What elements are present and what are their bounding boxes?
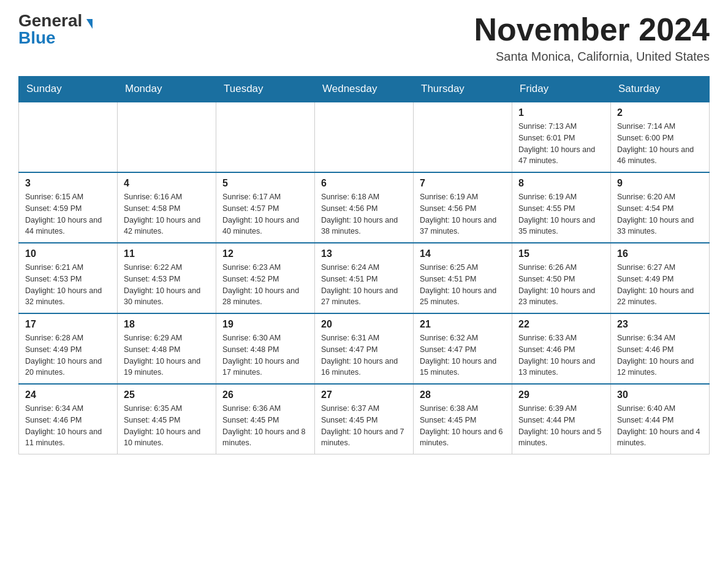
logo-general-text: General xyxy=(18,11,82,30)
calendar-header-row: SundayMondayTuesdayWednesdayThursdayFrid… xyxy=(19,77,710,102)
day-info: Sunrise: 6:35 AMSunset: 4:45 PMDaylight:… xyxy=(124,403,210,449)
day-info: Sunrise: 6:34 AMSunset: 4:46 PMDaylight:… xyxy=(617,332,703,378)
day-number: 9 xyxy=(617,178,703,189)
calendar-cell: 3Sunrise: 6:15 AMSunset: 4:59 PMDaylight… xyxy=(19,172,118,243)
logo-blue-text: Blue xyxy=(18,28,56,47)
day-info: Sunrise: 6:37 AMSunset: 4:45 PMDaylight:… xyxy=(321,403,407,449)
column-header-thursday: Thursday xyxy=(414,77,512,102)
day-info: Sunrise: 6:24 AMSunset: 4:51 PMDaylight:… xyxy=(321,262,407,308)
day-info: Sunrise: 6:23 AMSunset: 4:52 PMDaylight:… xyxy=(222,262,308,308)
day-info: Sunrise: 6:26 AMSunset: 4:50 PMDaylight:… xyxy=(518,262,604,308)
day-info: Sunrise: 6:31 AMSunset: 4:47 PMDaylight:… xyxy=(321,332,407,378)
day-info: Sunrise: 6:17 AMSunset: 4:57 PMDaylight:… xyxy=(222,191,308,237)
day-info: Sunrise: 6:34 AMSunset: 4:46 PMDaylight:… xyxy=(25,403,111,449)
calendar-cell xyxy=(216,102,315,172)
day-number: 2 xyxy=(617,107,703,118)
day-info: Sunrise: 6:18 AMSunset: 4:56 PMDaylight:… xyxy=(321,191,407,237)
day-info: Sunrise: 6:21 AMSunset: 4:53 PMDaylight:… xyxy=(25,262,111,308)
day-number: 26 xyxy=(222,389,308,400)
calendar-cell: 9Sunrise: 6:20 AMSunset: 4:54 PMDaylight… xyxy=(611,172,710,243)
day-number: 16 xyxy=(617,248,703,259)
day-number: 4 xyxy=(124,178,210,189)
day-info: Sunrise: 6:33 AMSunset: 4:46 PMDaylight:… xyxy=(518,332,604,378)
day-number: 12 xyxy=(222,248,308,259)
day-number: 14 xyxy=(420,248,506,259)
day-number: 21 xyxy=(420,319,506,330)
day-number: 28 xyxy=(420,389,506,400)
day-number: 7 xyxy=(420,178,506,189)
day-number: 1 xyxy=(518,107,604,118)
calendar-cell: 23Sunrise: 6:34 AMSunset: 4:46 PMDayligh… xyxy=(611,313,710,384)
calendar-cell: 17Sunrise: 6:28 AMSunset: 4:49 PMDayligh… xyxy=(19,313,118,384)
calendar-cell xyxy=(118,102,216,172)
day-number: 11 xyxy=(124,248,210,259)
calendar-cell: 12Sunrise: 6:23 AMSunset: 4:52 PMDayligh… xyxy=(216,243,315,313)
day-info: Sunrise: 6:32 AMSunset: 4:47 PMDaylight:… xyxy=(420,332,506,378)
day-info: Sunrise: 7:13 AMSunset: 6:01 PMDaylight:… xyxy=(518,121,604,167)
calendar-cell: 22Sunrise: 6:33 AMSunset: 4:46 PMDayligh… xyxy=(512,313,611,384)
week-row-2: 3Sunrise: 6:15 AMSunset: 4:59 PMDaylight… xyxy=(19,172,710,243)
day-info: Sunrise: 6:19 AMSunset: 4:55 PMDaylight:… xyxy=(518,191,604,237)
calendar-cell: 28Sunrise: 6:38 AMSunset: 4:45 PMDayligh… xyxy=(414,384,512,454)
calendar-cell: 15Sunrise: 6:26 AMSunset: 4:50 PMDayligh… xyxy=(512,243,611,313)
day-info: Sunrise: 6:38 AMSunset: 4:45 PMDaylight:… xyxy=(420,403,506,449)
logo-bottom-line: Blue xyxy=(18,29,56,47)
calendar-cell: 11Sunrise: 6:22 AMSunset: 4:53 PMDayligh… xyxy=(118,243,216,313)
day-number: 27 xyxy=(321,389,407,400)
column-header-wednesday: Wednesday xyxy=(315,77,414,102)
calendar-cell: 27Sunrise: 6:37 AMSunset: 4:45 PMDayligh… xyxy=(315,384,414,454)
calendar-cell: 18Sunrise: 6:29 AMSunset: 4:48 PMDayligh… xyxy=(118,313,216,384)
column-header-monday: Monday xyxy=(118,77,216,102)
day-info: Sunrise: 6:36 AMSunset: 4:45 PMDaylight:… xyxy=(222,403,308,449)
title-area: November 2024 Santa Monica, California, … xyxy=(474,12,710,64)
week-row-5: 24Sunrise: 6:34 AMSunset: 4:46 PMDayligh… xyxy=(19,384,710,454)
day-info: Sunrise: 6:16 AMSunset: 4:58 PMDaylight:… xyxy=(124,191,210,237)
day-info: Sunrise: 7:14 AMSunset: 6:00 PMDaylight:… xyxy=(617,121,703,167)
day-number: 29 xyxy=(518,389,604,400)
week-row-3: 10Sunrise: 6:21 AMSunset: 4:53 PMDayligh… xyxy=(19,243,710,313)
day-info: Sunrise: 6:39 AMSunset: 4:44 PMDaylight:… xyxy=(518,403,604,449)
calendar-cell: 8Sunrise: 6:19 AMSunset: 4:55 PMDaylight… xyxy=(512,172,611,243)
page-header: General Blue November 2024 Santa Monica,… xyxy=(18,12,710,64)
calendar-cell: 7Sunrise: 6:19 AMSunset: 4:56 PMDaylight… xyxy=(414,172,512,243)
day-info: Sunrise: 6:40 AMSunset: 4:44 PMDaylight:… xyxy=(617,403,703,449)
calendar-cell: 16Sunrise: 6:27 AMSunset: 4:49 PMDayligh… xyxy=(611,243,710,313)
logo-top-line: General xyxy=(18,12,93,29)
calendar-cell: 5Sunrise: 6:17 AMSunset: 4:57 PMDaylight… xyxy=(216,172,315,243)
calendar-cell: 29Sunrise: 6:39 AMSunset: 4:44 PMDayligh… xyxy=(512,384,611,454)
day-info: Sunrise: 6:29 AMSunset: 4:48 PMDaylight:… xyxy=(124,332,210,378)
calendar-cell: 21Sunrise: 6:32 AMSunset: 4:47 PMDayligh… xyxy=(414,313,512,384)
day-number: 17 xyxy=(25,319,111,330)
calendar-cell: 2Sunrise: 7:14 AMSunset: 6:00 PMDaylight… xyxy=(611,102,710,172)
day-number: 15 xyxy=(518,248,604,259)
day-number: 20 xyxy=(321,319,407,330)
column-header-sunday: Sunday xyxy=(19,77,118,102)
day-number: 30 xyxy=(617,389,703,400)
day-number: 23 xyxy=(617,319,703,330)
calendar-cell: 4Sunrise: 6:16 AMSunset: 4:58 PMDaylight… xyxy=(118,172,216,243)
month-title: November 2024 xyxy=(474,12,710,47)
day-number: 24 xyxy=(25,389,111,400)
calendar-table: SundayMondayTuesdayWednesdayThursdayFrid… xyxy=(18,76,710,454)
day-number: 22 xyxy=(518,319,604,330)
day-info: Sunrise: 6:30 AMSunset: 4:48 PMDaylight:… xyxy=(222,332,308,378)
calendar-cell xyxy=(414,102,512,172)
calendar-cell xyxy=(315,102,414,172)
week-row-1: 1Sunrise: 7:13 AMSunset: 6:01 PMDaylight… xyxy=(19,102,710,172)
day-number: 6 xyxy=(321,178,407,189)
logo-triangle-icon xyxy=(86,19,93,29)
week-row-4: 17Sunrise: 6:28 AMSunset: 4:49 PMDayligh… xyxy=(19,313,710,384)
logo: General Blue xyxy=(18,12,93,47)
day-info: Sunrise: 6:25 AMSunset: 4:51 PMDaylight:… xyxy=(420,262,506,308)
calendar-cell: 13Sunrise: 6:24 AMSunset: 4:51 PMDayligh… xyxy=(315,243,414,313)
day-number: 25 xyxy=(124,389,210,400)
day-number: 13 xyxy=(321,248,407,259)
day-number: 10 xyxy=(25,248,111,259)
calendar-cell xyxy=(19,102,118,172)
column-header-saturday: Saturday xyxy=(611,77,710,102)
day-info: Sunrise: 6:19 AMSunset: 4:56 PMDaylight:… xyxy=(420,191,506,237)
day-number: 18 xyxy=(124,319,210,330)
calendar-cell: 25Sunrise: 6:35 AMSunset: 4:45 PMDayligh… xyxy=(118,384,216,454)
calendar-cell: 19Sunrise: 6:30 AMSunset: 4:48 PMDayligh… xyxy=(216,313,315,384)
location-text: Santa Monica, California, United States xyxy=(474,50,710,64)
